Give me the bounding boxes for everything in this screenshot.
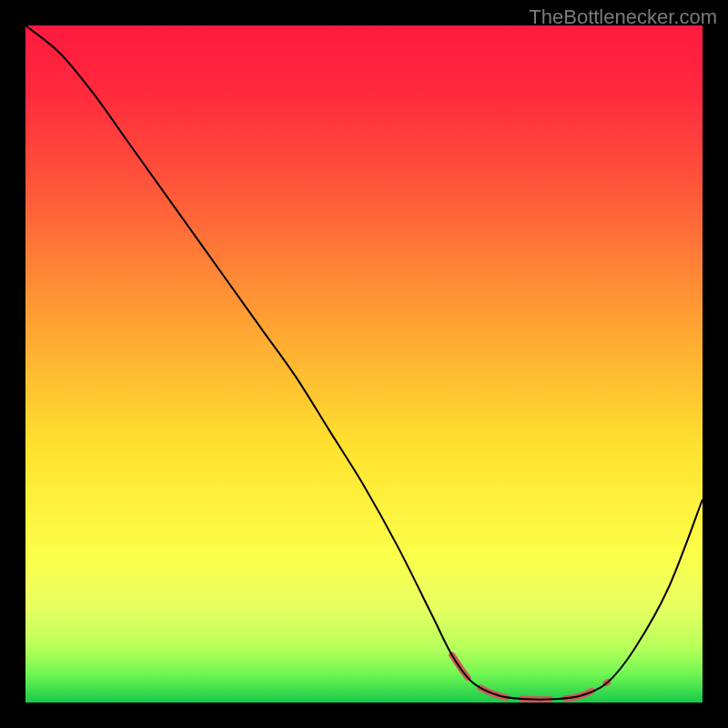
watermark-text: TheBottlenecker.com: [529, 5, 717, 29]
optimal-band-dash: [452, 655, 608, 700]
curve-layer: [25, 25, 703, 703]
bottleneck-curve: [25, 25, 703, 700]
plot-area: [25, 25, 703, 703]
